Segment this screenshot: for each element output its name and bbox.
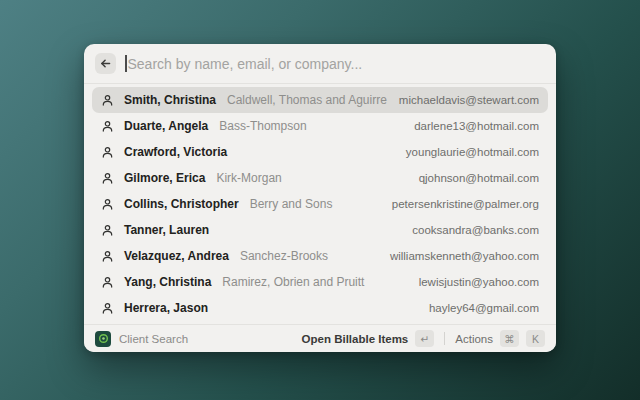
client-company: Sanchez-Brooks xyxy=(240,249,328,263)
result-row[interactable]: Duarte, Angela Bass-Thompson darlene13@h… xyxy=(92,113,548,139)
person-icon xyxy=(101,250,114,263)
search-bar xyxy=(84,44,556,84)
search-input[interactable] xyxy=(127,56,546,72)
back-arrow-icon xyxy=(99,57,112,70)
client-email: williamskenneth@yahoo.com xyxy=(390,250,539,262)
cmd-key-badge[interactable]: ⌘ xyxy=(500,330,519,347)
k-key-badge[interactable]: K xyxy=(526,330,545,347)
person-icon xyxy=(101,198,114,211)
result-row[interactable]: Tanner, Lauren cooksandra@banks.com xyxy=(92,217,548,243)
client-email: hayley64@gmail.com xyxy=(429,302,539,314)
result-row[interactable]: Collins, Christopher Berry and Sons pete… xyxy=(92,191,548,217)
client-name: Yang, Christina xyxy=(124,275,211,289)
client-name: Crawford, Victoria xyxy=(124,145,227,159)
client-company: Berry and Sons xyxy=(250,197,333,211)
back-button[interactable] xyxy=(95,53,116,74)
client-name: Gilmore, Erica xyxy=(124,171,205,185)
app-name-label: Client Search xyxy=(119,333,188,345)
person-icon xyxy=(101,224,114,237)
footer: Client Search Open Billable Items ↵ Acti… xyxy=(84,324,556,352)
footer-actions: Open Billable Items ↵ Actions ⌘ K xyxy=(302,330,545,347)
client-email: michaeldavis@stewart.com xyxy=(399,94,539,106)
client-name: Duarte, Angela xyxy=(124,119,208,133)
result-row[interactable]: Crawford, Victoria younglaurie@hotmail.c… xyxy=(92,139,548,165)
client-email: petersenkristine@palmer.org xyxy=(392,198,539,210)
client-name: Smith, Christina xyxy=(124,93,216,107)
person-icon xyxy=(101,146,114,159)
person-icon xyxy=(101,276,114,289)
client-search-window: Smith, Christina Caldwell, Thomas and Ag… xyxy=(84,44,556,352)
result-row[interactable]: Smith, Christina Caldwell, Thomas and Ag… xyxy=(92,87,548,113)
actions-button[interactable]: Actions xyxy=(455,333,493,345)
search-field-wrap xyxy=(125,55,545,72)
client-email: darlene13@hotmail.com xyxy=(414,120,539,132)
client-company: Ramirez, Obrien and Pruitt xyxy=(222,275,364,289)
results-list: Smith, Christina Caldwell, Thomas and Ag… xyxy=(84,84,556,324)
client-name: Collins, Christopher xyxy=(124,197,239,211)
open-billable-items-button[interactable]: Open Billable Items xyxy=(302,333,409,345)
result-row[interactable]: Gilmore, Erica Kirk-Morgan qjohnson@hotm… xyxy=(92,165,548,191)
enter-key-badge[interactable]: ↵ xyxy=(415,330,434,347)
person-icon xyxy=(101,94,114,107)
footer-divider xyxy=(444,332,445,345)
person-icon xyxy=(101,120,114,133)
client-company: Caldwell, Thomas and Aguirre xyxy=(227,93,387,107)
app-logo-icon xyxy=(95,331,111,347)
result-row[interactable]: Velazquez, Andrea Sanchez-Brooks william… xyxy=(92,243,548,269)
client-name: Velazquez, Andrea xyxy=(124,249,229,263)
person-icon xyxy=(101,302,114,315)
client-email: cooksandra@banks.com xyxy=(412,224,539,236)
client-email: lewisjustin@yahoo.com xyxy=(419,276,539,288)
client-company: Bass-Thompson xyxy=(219,119,306,133)
person-icon xyxy=(101,172,114,185)
client-name: Tanner, Lauren xyxy=(124,223,209,237)
client-email: younglaurie@hotmail.com xyxy=(406,146,539,158)
result-row[interactable]: Herrera, Jason hayley64@gmail.com xyxy=(92,295,548,321)
result-row[interactable]: Yang, Christina Ramirez, Obrien and Prui… xyxy=(92,269,548,295)
client-email: qjohnson@hotmail.com xyxy=(419,172,539,184)
client-name: Herrera, Jason xyxy=(124,301,208,315)
client-company: Kirk-Morgan xyxy=(216,171,281,185)
